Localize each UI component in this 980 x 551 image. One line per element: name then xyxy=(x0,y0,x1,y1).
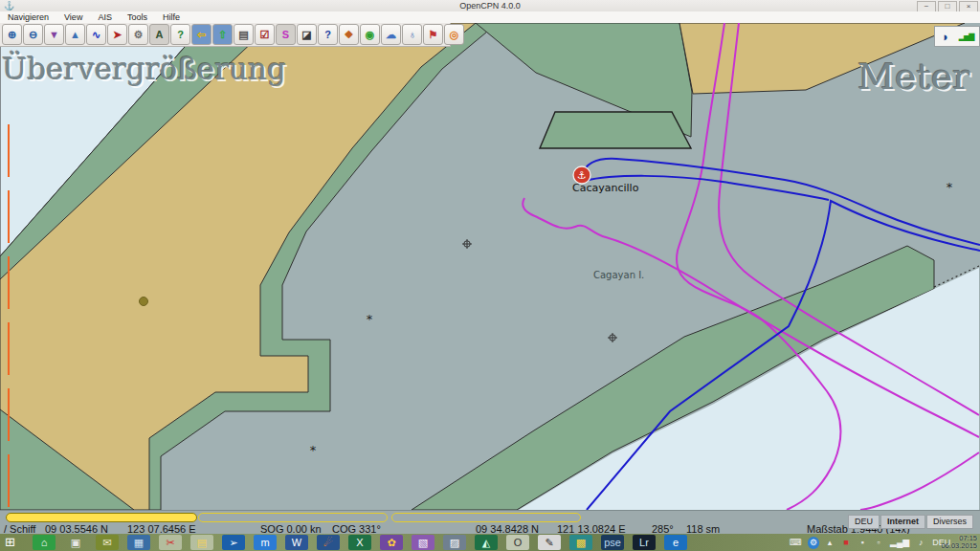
depth-unit-label: Meter xyxy=(858,55,969,98)
keyboard-icon[interactable]: ⌨ xyxy=(789,537,803,549)
menu-item[interactable]: AIS xyxy=(90,12,120,22)
tray-app-icon[interactable]: ▪ xyxy=(857,537,868,549)
settings-icon[interactable]: ⚙ xyxy=(128,24,148,45)
compass-panel[interactable]: ◑ ▂▅▇ xyxy=(934,26,980,47)
taskbar-writer-icon[interactable]: W xyxy=(285,535,308,550)
tray-expand-icon[interactable]: ▴ xyxy=(824,537,835,549)
google-earth-icon[interactable]: ♁ xyxy=(402,24,422,45)
zoom-in-icon[interactable]: ⊕ xyxy=(2,24,22,45)
chart-plugin-icon[interactable]: ❖ xyxy=(339,24,359,45)
opencpn-window: * * * ⚓ Cacayancillo Cagayan I. Überverg… xyxy=(0,0,980,551)
menu-item[interactable]: Navigieren xyxy=(0,12,56,22)
taskbar-explorer-icon[interactable]: ▤ xyxy=(190,535,213,550)
weatherfax-icon[interactable]: ☁ xyxy=(381,24,401,45)
system-tray: ⌨ ⚙ ▴ ■ ▪ ▫ ▂▄▆ ♪ DEU xyxy=(789,535,951,550)
scale-up-icon[interactable]: ▲ xyxy=(65,24,85,45)
taskbar-thunderbird-icon[interactable]: ➢ xyxy=(222,535,245,550)
life-ring-icon[interactable]: ◎ xyxy=(444,24,464,45)
zoom-out-icon[interactable]: ⊖ xyxy=(23,24,43,45)
gps-signal-icon: ▂▅▇ xyxy=(959,33,973,41)
current-info-icon[interactable]: ? xyxy=(170,24,190,45)
taskbar-gallery-icon[interactable]: ▨ xyxy=(443,535,466,550)
taskbar-photo-icon[interactable]: ▧ xyxy=(412,535,434,550)
network-icon[interactable]: ▂▄▆ xyxy=(889,537,910,549)
taskbar-store-icon[interactable]: ⌂ xyxy=(33,535,56,550)
help-icon[interactable]: ? xyxy=(318,24,338,45)
deskband-label[interactable]: Diverses xyxy=(926,515,973,529)
volume-icon[interactable]: ♪ xyxy=(915,537,926,549)
windows-taskbar: ⊞ ⌂ ▣ ✉ ▦ ✂ ▤ ➢ m W ☄ X xyxy=(0,534,980,551)
track-icon[interactable]: S xyxy=(276,24,296,45)
taskbar-photoshop-elements-icon[interactable]: pse xyxy=(601,535,624,550)
taskbar-calculator-icon[interactable]: ▦ xyxy=(127,535,150,550)
taskbar-firefox-icon[interactable]: ☄ xyxy=(317,535,340,550)
taskbar-mail-icon[interactable]: ✉ xyxy=(96,535,119,550)
overzoom-warning-label: Übervergrößerung xyxy=(2,52,286,86)
chartbar-chart[interactable] xyxy=(198,513,388,522)
route-manager-icon[interactable]: ☑ xyxy=(255,24,275,45)
menu-item[interactable]: Tools xyxy=(120,12,155,22)
scale-down-icon[interactable]: ▼ xyxy=(44,24,64,45)
main-toolbar: ⊕ ⊖ ▼ ▲ ∿ ➤ ⚙ A ? ⇦ ⇧ ▤ ☑ S ◪ ? xyxy=(0,23,451,47)
svg-text:*: * xyxy=(310,443,317,457)
create-route-icon[interactable]: ∿ xyxy=(86,24,106,45)
chart-canvas[interactable]: * * * ⚓ Cacayancillo Cagayan I. xyxy=(0,23,980,510)
taskbar-draw-icon[interactable]: ✎ xyxy=(538,535,561,550)
follow-ship-icon[interactable]: ➤ xyxy=(107,24,127,45)
menu-item[interactable]: View xyxy=(56,12,90,22)
svg-text:⚓: ⚓ xyxy=(577,169,587,182)
chart-up-icon[interactable]: ⇧ xyxy=(212,24,233,45)
taskbar-clock[interactable]: 07:15 06.03.2015 xyxy=(941,535,977,550)
taskbar-maxthon-icon[interactable]: m xyxy=(254,535,277,550)
taskbar-opencpn-icon[interactable]: ◭ xyxy=(475,535,498,550)
taskbar-excel-icon[interactable]: X xyxy=(348,535,371,550)
taskbar-snipping-tool-icon[interactable]: ✂ xyxy=(159,535,182,550)
print-icon[interactable]: ▤ xyxy=(234,24,254,45)
anchorage-label: Cacayancillo xyxy=(572,182,639,194)
taskbar-media-icon[interactable]: ✿ xyxy=(380,535,403,550)
taskbar-emclient-icon[interactable]: e xyxy=(664,535,687,550)
taskbar-deskbands: DEUInternetDiverses xyxy=(848,515,973,529)
taskbar-icons: ⌂ ▣ ✉ ▦ ✂ ▤ ➢ m W ☄ X ✿ xyxy=(33,535,687,550)
deskband-label[interactable]: Internet xyxy=(880,515,925,529)
compass-rose-icon: ◑ xyxy=(941,30,948,44)
tray-display-icon[interactable]: ▫ xyxy=(873,537,884,549)
deskband-label[interactable]: DEU xyxy=(848,515,880,529)
window-title: OpenCPN 4.0.0 xyxy=(0,1,980,11)
taskbar-pc-icon[interactable]: ▣ xyxy=(64,535,87,550)
chartbar-active-chart[interactable] xyxy=(6,513,197,522)
chart-info-icon[interactable]: ◪ xyxy=(297,24,317,45)
svg-text:*: * xyxy=(367,312,373,326)
paper-chart-icon[interactable]: ⚑ xyxy=(423,24,443,45)
enc-text-icon[interactable]: A xyxy=(149,24,169,45)
island-label: Cagayan I. xyxy=(593,270,644,280)
chart-left-icon[interactable]: ⇦ xyxy=(191,24,212,45)
support-icon[interactable]: ⚙ xyxy=(808,537,819,549)
grib-icon[interactable]: ◉ xyxy=(360,24,380,45)
start-button[interactable]: ⊞ xyxy=(5,536,15,549)
islet-dot xyxy=(140,298,148,306)
chartbar-chart[interactable] xyxy=(391,513,581,522)
taskbar-map-icon[interactable]: ▩ xyxy=(569,535,592,550)
tray-red-app-icon[interactable]: ■ xyxy=(840,537,852,549)
taskbar-lightroom-icon[interactable]: Lr xyxy=(633,535,656,550)
menu-item[interactable]: Hilfe xyxy=(155,12,188,22)
svg-text:*: * xyxy=(947,180,953,194)
green-trapezoid-islet xyxy=(540,112,691,148)
status-bar: / Schiff 09 03.5546 N 123 07.6456 E SOG … xyxy=(0,510,980,535)
taskbar-openoffice-icon[interactable]: O xyxy=(506,535,529,550)
clock-date: 06.03.2015 xyxy=(941,542,977,550)
